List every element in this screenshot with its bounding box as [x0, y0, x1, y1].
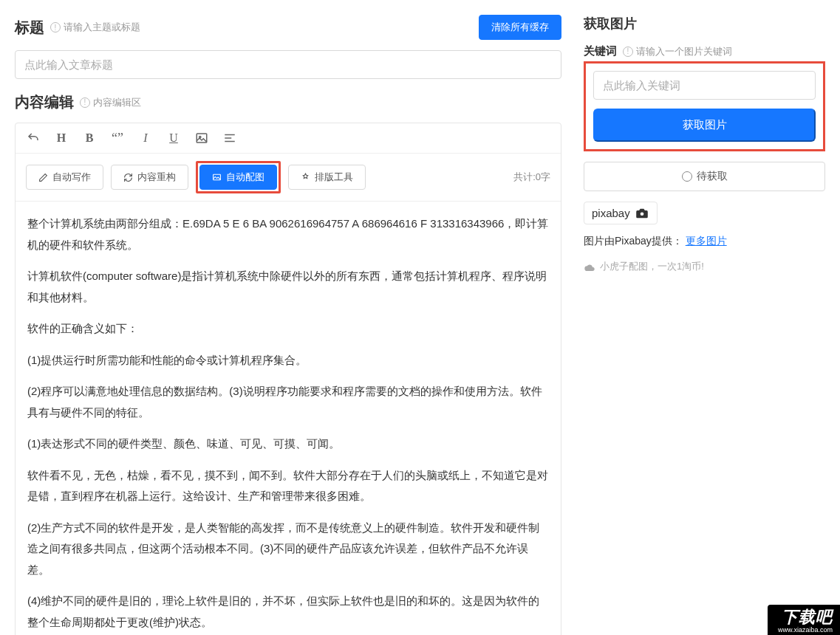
bold-icon[interactable]: B	[82, 131, 97, 145]
fetch-image-button[interactable]: 获取图片	[593, 109, 816, 142]
cloud-icon	[584, 262, 595, 271]
editor-paragraph: (1)表达形式不同的硬件类型、颜色、味道、可见、可摸、可闻。	[27, 433, 549, 455]
editor-container: H B “” I U 自动写作 内容重构	[15, 123, 561, 635]
auto-image-button[interactable]: 自动配图	[199, 165, 277, 190]
pending-button[interactable]: 待获取	[584, 162, 825, 191]
info-icon: !	[623, 47, 633, 57]
image-icon[interactable]	[194, 131, 209, 145]
keyword-label: 关键词	[584, 44, 617, 58]
image-fetch-panel: 获取图片 关键词 ! 请输入一个图片关键词 获取图片 待获取 pixabay	[584, 15, 825, 273]
keyword-highlight-box: 获取图片	[584, 61, 825, 151]
editor-paragraph: (1)提供运行时所需功能和性能的命令或计算机程序集合。	[27, 350, 549, 371]
title-header: 标题 ! 请输入主题或标题 清除所有缓存	[15, 15, 561, 40]
content-header: 内容编辑 ! 内容编辑区	[15, 92, 561, 112]
info-icon: !	[80, 97, 90, 108]
circle-icon	[682, 171, 692, 182]
content-label: 内容编辑 ! 内容编辑区	[15, 92, 141, 112]
more-images-link[interactable]: 更多图片	[686, 235, 727, 247]
camera-icon	[635, 208, 649, 219]
editor-paragraph: 软件看不见，无色，枯燥，看不见，摸不到，闻不到。软件大部分存在于人们的头脑或纸上…	[27, 465, 549, 507]
pixabay-logo: pixabay	[584, 202, 658, 224]
editor-content[interactable]: 整个计算机系统由两部分组成：E.69DA 5 E 6 BA 9062616964…	[16, 202, 561, 635]
editor-paragraph: (2)程序可以满意地处理信息的数据结构。(3)说明程序功能要求和程序需要的文档的…	[27, 381, 549, 423]
editor-paragraph: (4)维护不同的硬件是旧的，理论上软件是旧的，并不坏，但实际上软件也是旧的和坏的…	[27, 591, 549, 633]
keyword-label-row: 关键词 ! 请输入一个图片关键词	[584, 44, 825, 58]
title-input[interactable]	[15, 50, 561, 79]
heading-icon[interactable]: H	[54, 131, 69, 145]
editor-paragraph: 计算机软件(computer software)是指计算机系统中除硬件以外的所有…	[27, 266, 549, 308]
keyword-input[interactable]	[593, 71, 816, 100]
editor-paragraph: 软件的正确含义如下：	[27, 318, 549, 340]
action-toolbar: 自动写作 内容重构 自动配图 排版工具 共计:0字	[16, 154, 561, 202]
clear-cache-button[interactable]: 清除所有缓存	[479, 15, 561, 40]
footer-note: 小虎子配图，一次1淘币!	[584, 260, 825, 273]
auto-image-highlight: 自动配图	[196, 161, 281, 193]
image-panel-title: 获取图片	[584, 15, 825, 32]
align-icon[interactable]	[222, 131, 237, 145]
provider-text: 图片由Pixabay提供： 更多图片	[584, 235, 825, 248]
svg-point-6	[640, 212, 643, 216]
watermark: 下载吧 www.xiazaiba.com	[768, 605, 840, 635]
quote-icon[interactable]: “”	[110, 131, 125, 145]
title-text: 标题	[15, 18, 44, 38]
info-icon: !	[50, 22, 61, 32]
title-hint: ! 请输入主题或标题	[50, 21, 140, 34]
undo-icon[interactable]	[26, 131, 41, 145]
keyword-hint: ! 请输入一个图片关键词	[623, 45, 732, 58]
italic-icon[interactable]: I	[138, 131, 153, 145]
title-label: 标题 ! 请输入主题或标题	[15, 18, 140, 38]
underline-icon[interactable]: U	[166, 131, 181, 145]
format-toolbar: H B “” I U	[16, 123, 561, 154]
layout-tool-button[interactable]: 排版工具	[288, 165, 366, 190]
word-count: 共计:0字	[513, 171, 550, 184]
editor-paragraph: (2)生产方式不同的软件是开发，是人类智能的高发挥，而不是传统意义上的硬件制造。…	[27, 518, 549, 581]
content-text: 内容编辑	[15, 92, 74, 112]
content-hint: ! 内容编辑区	[80, 96, 141, 109]
restructure-button[interactable]: 内容重构	[111, 165, 188, 190]
auto-write-button[interactable]: 自动写作	[26, 165, 103, 190]
editor-paragraph: 整个计算机系统由两部分组成：E.69DA 5 E 6 BA 9062616964…	[27, 213, 549, 255]
